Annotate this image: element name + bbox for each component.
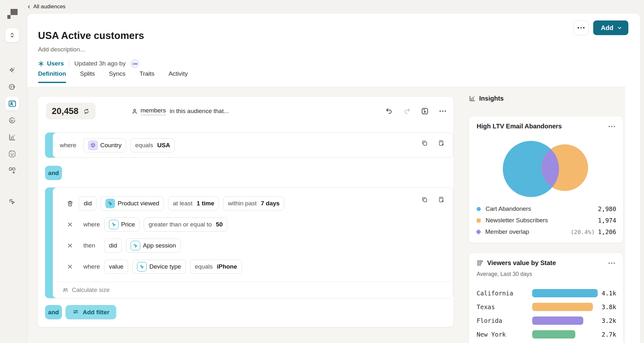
- condition-group-1: where Country equalsUSA: [45, 133, 453, 158]
- operator-pill-price[interactable]: greater than or equal to50: [144, 217, 227, 232]
- legend-row-member-overlap: Member overlap (20.4%) 1,206: [477, 226, 616, 238]
- bar-chart: California 4.1k Texas 3.8k Florida 3.2k: [477, 286, 616, 341]
- time-window-pill[interactable]: within past7 days: [223, 196, 284, 210]
- bar-fill: [532, 330, 575, 339]
- app-logo[interactable]: [7, 8, 19, 20]
- and-connector-2[interactable]: and: [45, 305, 62, 319]
- main-panel: USA Active customers Add description... …: [27, 13, 640, 343]
- operator-pill-country[interactable]: equalsUSA: [130, 138, 175, 152]
- copy-condition-button[interactable]: [420, 195, 429, 204]
- venn-legend: Cart Abandoners 2,980 Newsletter Subscri…: [477, 203, 616, 238]
- delete-condition-button[interactable]: [65, 199, 75, 208]
- tab-syncs[interactable]: Syncs: [109, 68, 126, 83]
- window-text: within past: [228, 200, 257, 207]
- bar-fill: [532, 316, 583, 325]
- sidebar-item-identity[interactable]: [5, 147, 19, 161]
- sidebar-item-journeys[interactable]: [5, 80, 19, 94]
- note-add-icon: [438, 140, 445, 147]
- sidebar-item-home[interactable]: [5, 47, 19, 61]
- undo-button[interactable]: [383, 105, 395, 117]
- insight-card-bars: Viewers value by State Average, Last 30 …: [469, 253, 624, 343]
- entity-type-link[interactable]: Users: [38, 60, 64, 67]
- tab-traits[interactable]: Traits: [140, 68, 155, 83]
- insights-header: Insights: [469, 95, 504, 102]
- bar-value: 3.2k: [598, 317, 616, 324]
- remove-subfilter-button[interactable]: [65, 262, 75, 271]
- updated-text: Updated 3h ago by: [74, 60, 126, 67]
- sidebar-item-audiences[interactable]: [5, 96, 19, 111]
- frequency-text: at least: [173, 200, 192, 207]
- bar-row-new-york: New York 2.7k: [477, 327, 616, 341]
- copy-condition-button[interactable]: [420, 138, 429, 148]
- frequency-pill[interactable]: at least1 time: [168, 196, 219, 210]
- legend-percentage: (20.4%): [571, 229, 595, 235]
- header-actions: Add: [573, 20, 628, 35]
- description-field[interactable]: Add description...: [38, 46, 85, 53]
- add-filter-button[interactable]: Add filter: [65, 305, 116, 319]
- note-add-icon: [438, 196, 445, 203]
- venn-card-more-button[interactable]: [607, 124, 617, 129]
- did-pill[interactable]: did: [104, 239, 122, 253]
- save-template-button[interactable]: [419, 105, 431, 117]
- window-value: 7 days: [261, 200, 280, 207]
- avatar: DM: [131, 59, 139, 68]
- page-more-button[interactable]: [573, 20, 589, 35]
- workspace-switcher[interactable]: [5, 28, 19, 42]
- copy-icon: [421, 140, 428, 147]
- entity-type-label: Users: [47, 60, 64, 67]
- condition-row-actions: [420, 195, 446, 204]
- save-condition-button[interactable]: [436, 195, 446, 204]
- tab-splits[interactable]: Splits: [80, 68, 95, 83]
- legend-value: 2,980: [598, 205, 616, 212]
- page-title[interactable]: USA Active customers: [38, 30, 144, 42]
- legend-value: 1,974: [598, 217, 616, 224]
- save-condition-button[interactable]: [436, 138, 446, 148]
- property-pill-price[interactable]: Price: [104, 217, 140, 232]
- subfilter-prefix: where: [83, 221, 100, 228]
- bar-value: 2.7k: [598, 331, 616, 338]
- bar-value: 4.1k: [598, 290, 616, 297]
- builder-phrase-tail: in this audience that...: [170, 108, 229, 115]
- sidebar-item-automations[interactable]: [5, 195, 19, 209]
- event-pill-app-session[interactable]: App session: [126, 239, 181, 253]
- members-dropdown[interactable]: members: [141, 107, 166, 115]
- sidebar-item-messaging[interactable]: [5, 114, 19, 128]
- add-button[interactable]: Add: [593, 20, 628, 35]
- builder-more-button[interactable]: [437, 105, 448, 117]
- subfilter-prefix: then: [83, 242, 100, 249]
- insights-title: Insights: [479, 95, 504, 102]
- sidebar-item-integrations[interactable]: [5, 164, 19, 178]
- property-pill-country[interactable]: Country: [83, 138, 126, 152]
- bar-label: California: [477, 290, 532, 297]
- and-connector-1[interactable]: and: [45, 166, 62, 180]
- did-pill[interactable]: did: [79, 196, 96, 210]
- bar-label: Texas: [477, 303, 532, 310]
- bars-card-more-button[interactable]: [607, 261, 617, 266]
- tab-definition[interactable]: Definition: [38, 68, 66, 83]
- bar-row-florida: Florida 3.2k: [477, 314, 616, 327]
- value-pill[interactable]: value: [104, 260, 128, 274]
- venn-card-title: High LTV Email Abandoners: [477, 123, 562, 130]
- legend-label: Newsletter Subscribers: [486, 217, 598, 224]
- sidebar-item-ai-assist[interactable]: [5, 63, 19, 77]
- sidebar-item-analytics[interactable]: [5, 130, 19, 144]
- property-pill-device-type[interactable]: Device type: [132, 260, 186, 274]
- legend-label: Member overlap: [485, 228, 571, 235]
- trash-icon: [66, 200, 74, 207]
- close-icon: [67, 221, 73, 228]
- redo-button[interactable]: [401, 105, 413, 117]
- add-button-label: Add: [601, 24, 613, 32]
- member-count: 20,458: [52, 106, 79, 116]
- member-count-pill[interactable]: 20,458: [46, 103, 96, 119]
- remove-subfilter-button[interactable]: [65, 220, 75, 229]
- calculate-size-button[interactable]: Calculate size: [53, 282, 453, 298]
- tab-activity[interactable]: Activity: [169, 68, 188, 83]
- subfilter-row-price: where Price greater than or equal to50: [53, 214, 453, 235]
- bar-label: Florida: [477, 317, 532, 324]
- operator-pill-device[interactable]: equalsiPhone: [190, 260, 242, 274]
- tab-bar: Definition Splits Syncs Traits Activity: [38, 68, 188, 83]
- remove-subfilter-button[interactable]: [65, 241, 75, 250]
- legend-row-cart-abandoners: Cart Abandoners 2,980: [477, 203, 616, 215]
- breadcrumb[interactable]: All audiences: [27, 3, 65, 11]
- event-pill-product-viewed[interactable]: Product viewed: [101, 196, 164, 210]
